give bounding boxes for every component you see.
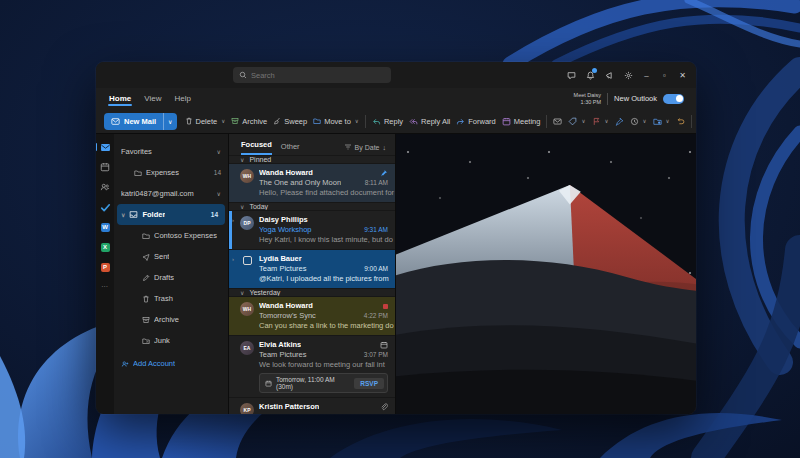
message-row-lydia-selected[interactable]: › Lydia Bauer Team Pictures 9:00 AM @Kat… xyxy=(229,249,395,288)
sort-direction-icon[interactable]: ↓ xyxy=(383,144,387,151)
message-row-kristin[interactable]: KP Kristin Patterson xyxy=(229,397,395,414)
rail-people-icon[interactable] xyxy=(99,181,111,193)
snooze-button[interactable]: ∨ xyxy=(628,114,649,129)
folder-trash[interactable]: Trash xyxy=(114,288,228,309)
group-header-pinned[interactable]: ∨ Pinned xyxy=(229,155,395,163)
rail-todo-icon[interactable] xyxy=(99,201,111,213)
folder-junk[interactable]: Junk xyxy=(114,330,228,351)
delete-button[interactable]: Delete ∨ xyxy=(183,114,228,129)
agenda-peek[interactable]: Meet Daisy 1:30 PM xyxy=(574,92,602,105)
folder-inbox-selected[interactable]: ∨ Folder 14 xyxy=(117,204,225,225)
filter-icon[interactable] xyxy=(344,143,352,151)
message-row-elvia[interactable]: EA Elvia Atkins Team Pictures 3:07 PM We… xyxy=(229,335,395,397)
ribbon-tab-strip: Home View Help Meet Daisy 1:30 PM New Ou… xyxy=(96,88,696,109)
rules-button[interactable]: ∨ xyxy=(651,114,672,129)
search-input[interactable] xyxy=(233,67,391,83)
add-account-button[interactable]: Add Account xyxy=(114,353,228,374)
new-outlook-toggle[interactable] xyxy=(663,94,684,104)
preview-text: Hey Katri, I know this last minute, but … xyxy=(259,235,393,244)
message-checkbox[interactable] xyxy=(243,256,252,265)
avatar: EA xyxy=(240,341,254,355)
account-header[interactable]: katri0487@gmail.com ∨ xyxy=(114,183,228,204)
sender-name: Daisy Phillips xyxy=(259,215,308,225)
whats-new-icon[interactable] xyxy=(600,66,618,84)
read-unread-button[interactable] xyxy=(551,114,564,129)
tab-focused[interactable]: Focused xyxy=(241,137,272,155)
rail-word-icon[interactable]: W xyxy=(99,221,111,233)
rail-mail-icon[interactable] xyxy=(99,141,111,153)
received-time: 4:22 PM xyxy=(360,311,388,321)
pin-icon[interactable] xyxy=(380,169,388,177)
sender-name: Lydia Bauer xyxy=(259,254,302,264)
meeting-time-label: Tomorrow, 11:00 AM (30m) xyxy=(276,376,350,390)
move-to-label: Move to xyxy=(324,117,351,126)
reply-arrow-icon xyxy=(372,117,381,126)
undo-button[interactable] xyxy=(674,114,687,129)
new-outlook-label: New Outlook xyxy=(614,94,657,103)
folder-icon xyxy=(142,232,150,240)
chevron-down-icon: ∨ xyxy=(240,203,244,210)
pin-button[interactable] xyxy=(613,114,626,129)
preview-text: Hello, Please find attached document for xyxy=(259,188,394,197)
rsvp-button[interactable]: RSVP xyxy=(354,378,384,389)
unread-count: 14 xyxy=(211,211,218,218)
meeting-chip: Tomorrow, 11:00 AM (30m) RSVP xyxy=(259,373,388,393)
chevron-down-icon: ∨ xyxy=(240,289,244,296)
flag-button[interactable]: ∨ xyxy=(590,114,611,129)
chevron-down-icon: ∨ xyxy=(217,148,221,155)
expand-thread-icon[interactable]: › xyxy=(232,256,234,262)
rail-excel-icon[interactable]: X xyxy=(99,241,111,253)
archive-button[interactable]: Archive xyxy=(229,114,269,129)
folder-contoso-expenses[interactable]: Contoso Expenses xyxy=(114,225,228,246)
reply-all-button[interactable]: Reply All xyxy=(407,114,452,129)
chevron-down-icon: ∨ xyxy=(355,118,359,124)
folder-label: Junk xyxy=(154,336,170,345)
group-header-today[interactable]: ∨ Today xyxy=(229,202,395,210)
account-label: katri0487@gmail.com xyxy=(121,189,194,198)
reply-button[interactable]: Reply xyxy=(370,114,405,129)
subject: Team Pictures xyxy=(259,264,307,274)
folder-expenses[interactable]: Expenses 14 xyxy=(114,162,228,183)
move-to-button[interactable]: Move to ∨ xyxy=(311,114,361,129)
minimize-button[interactable]: – xyxy=(638,66,655,84)
message-row-daisy[interactable]: › DP Daisy Phillips Yoga Workshop 9:31 A… xyxy=(229,210,395,249)
folder-drafts[interactable]: Drafts xyxy=(114,267,228,288)
tab-view[interactable]: View xyxy=(143,90,162,107)
folder-archive[interactable]: Archive xyxy=(114,309,228,330)
rail-calendar-icon[interactable] xyxy=(99,161,111,173)
tab-help[interactable]: Help xyxy=(173,90,191,107)
chevron-down-icon: ∨ xyxy=(581,118,585,124)
folder-pane: Favorites ∨ Expenses 14 katri0487@gmail.… xyxy=(114,134,228,414)
favorites-header[interactable]: Favorites ∨ xyxy=(114,141,228,162)
sweep-button[interactable]: Sweep xyxy=(271,114,309,129)
expand-thread-icon[interactable]: › xyxy=(232,217,234,223)
folder-label: Folder xyxy=(142,210,165,219)
add-account-label: Add Account xyxy=(133,359,175,368)
sort-by-date-button[interactable]: By Date xyxy=(355,144,380,151)
rail-more-apps-icon[interactable]: ⋯ xyxy=(99,281,111,293)
close-button[interactable]: ✕ xyxy=(674,66,691,84)
message-row-wanda-pinned[interactable]: WH Wanda Howard The One and Only Moon 8:… xyxy=(229,163,395,202)
tab-other[interactable]: Other xyxy=(281,139,300,155)
tag-button[interactable]: ∨ xyxy=(566,114,587,129)
message-row-wanda-sync[interactable]: WH Wanda Howard Tomorrow's Sync 4:22 PM … xyxy=(229,296,395,335)
notifications-icon[interactable] xyxy=(581,66,599,84)
new-mail-dropdown[interactable]: ∨ xyxy=(163,113,176,130)
group-header-yesterday[interactable]: ∨ Yesterday xyxy=(229,288,395,296)
meeting-button[interactable]: Meeting xyxy=(500,114,543,129)
tab-home[interactable]: Home xyxy=(108,90,132,107)
title-bar: – ▫ ✕ xyxy=(96,62,696,88)
settings-gear-icon[interactable] xyxy=(619,66,637,84)
search-field[interactable] xyxy=(251,71,385,80)
folder-sent[interactable]: Sent xyxy=(114,246,228,267)
move-folder-icon xyxy=(313,117,321,125)
feedback-icon[interactable] xyxy=(562,66,580,84)
group-label: Pinned xyxy=(249,156,271,163)
rail-powerpoint-icon[interactable]: P xyxy=(99,261,111,273)
new-mail-button[interactable]: New Mail ∨ xyxy=(104,113,177,130)
flag-icon xyxy=(592,117,601,126)
reading-pane xyxy=(396,134,696,414)
forward-button[interactable]: Forward xyxy=(454,114,498,129)
folder-label: Sent xyxy=(154,252,169,261)
maximize-button[interactable]: ▫ xyxy=(656,66,673,84)
